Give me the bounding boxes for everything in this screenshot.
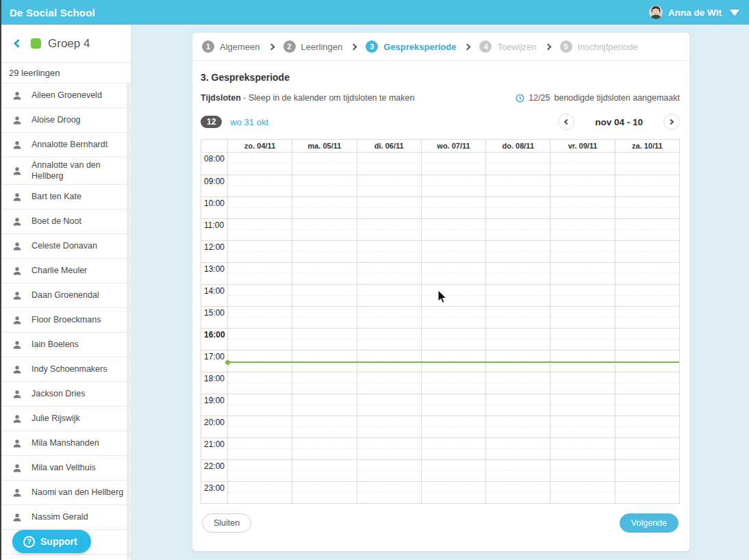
calendar-cell[interactable] [421, 307, 485, 328]
next-week-button[interactable] [663, 114, 680, 130]
calendar-cell[interactable] [227, 175, 292, 196]
calendar-cell[interactable] [485, 285, 550, 306]
student-list-item[interactable]: Mila Manshanden [0, 431, 131, 456]
calendar-cell[interactable] [550, 263, 614, 284]
calendar-cell[interactable] [421, 263, 485, 284]
calendar-cell[interactable] [550, 416, 614, 437]
calendar-cell[interactable] [550, 175, 614, 196]
calendar-cell[interactable] [357, 285, 421, 306]
calendar-cell[interactable] [292, 438, 356, 459]
calendar-cell[interactable] [227, 153, 292, 175]
student-list-item[interactable]: Charlie Meuler [0, 259, 131, 283]
calendar-cell[interactable] [292, 197, 356, 218]
student-list-item[interactable]: Iain Boelens [0, 333, 131, 357]
calendar-cell[interactable] [357, 307, 421, 328]
calendar-cell[interactable] [357, 175, 421, 196]
calendar-cell[interactable] [292, 285, 356, 306]
calendar-cell[interactable] [421, 153, 485, 175]
close-button[interactable]: Sluiten [202, 513, 251, 533]
calendar-cell[interactable] [357, 372, 421, 394]
calendar-cell[interactable] [357, 482, 421, 503]
calendar-cell[interactable] [550, 394, 614, 416]
calendar-cell[interactable] [485, 329, 550, 350]
calendar-cell[interactable] [550, 241, 614, 262]
calendar-cell[interactable] [485, 482, 550, 503]
calendar-cell[interactable] [550, 285, 614, 306]
calendar-cell[interactable] [615, 372, 679, 394]
stepper-step-4[interactable]: 4Toewijzen [479, 40, 536, 53]
calendar-cell[interactable] [357, 329, 421, 350]
calendar-cell[interactable] [292, 372, 356, 394]
calendar-cell[interactable] [550, 153, 614, 175]
calendar-cell[interactable] [292, 241, 356, 262]
student-list-item[interactable]: Aloise Droog [0, 108, 131, 133]
calendar-cell[interactable] [550, 372, 614, 394]
calendar-cell[interactable] [615, 394, 679, 416]
calendar-cell[interactable] [292, 482, 356, 503]
calendar-cell[interactable] [227, 394, 292, 416]
calendar-cell[interactable] [615, 175, 679, 196]
calendar-cell[interactable] [485, 394, 550, 416]
student-list-item[interactable]: Boet de Noot [0, 209, 131, 234]
calendar-cell[interactable] [550, 460, 614, 481]
student-list-item[interactable]: Julie Rijswijk [0, 407, 131, 431]
calendar-cell[interactable] [357, 219, 421, 240]
user-menu[interactable]: Anna de Wit [649, 5, 739, 19]
calendar-cell[interactable] [550, 329, 614, 350]
previous-day-link[interactable]: wo 31 okt [230, 117, 268, 127]
calendar-cell[interactable] [292, 307, 356, 328]
student-list-item[interactable]: Celeste Donavan [0, 234, 131, 259]
calendar-cell[interactable] [485, 175, 550, 196]
previous-week-button[interactable] [558, 114, 574, 130]
calendar-cell[interactable] [421, 197, 485, 218]
stepper-step-1[interactable]: 1Algemeen [202, 40, 260, 53]
calendar-cell[interactable] [357, 416, 421, 437]
next-button[interactable]: Volgende [620, 513, 678, 533]
back-chevron-icon[interactable] [14, 39, 23, 48]
calendar-cell[interactable] [227, 307, 292, 328]
calendar-cell[interactable] [615, 285, 679, 306]
stepper-step-5[interactable]: 5Inschrijfperiode [560, 40, 638, 53]
calendar-cell[interactable] [357, 460, 421, 481]
calendar-cell[interactable] [421, 438, 485, 459]
calendar-cell[interactable] [357, 394, 421, 416]
calendar-cell[interactable] [421, 482, 485, 503]
calendar-cell[interactable] [292, 329, 356, 350]
sidebar-scrollbar[interactable] [127, 84, 130, 560]
calendar-cell[interactable] [421, 241, 485, 262]
calendar-cell[interactable] [615, 482, 679, 503]
calendar-cell[interactable] [421, 285, 485, 306]
student-list-item[interactable]: Bart ten Kate [0, 185, 131, 209]
student-list-item[interactable]: Aileen Groeneveld [0, 84, 131, 108]
calendar-cell[interactable] [227, 438, 292, 459]
calendar-cell[interactable] [615, 438, 679, 459]
calendar-cell[interactable] [227, 460, 292, 481]
student-list-item[interactable]: Floor Broeckmans [0, 308, 131, 333]
stepper-step-2[interactable]: 2Leerlingen [283, 40, 343, 53]
calendar-cell[interactable] [227, 416, 292, 437]
calendar-cell[interactable] [227, 482, 292, 503]
calendar-cell[interactable] [292, 153, 356, 175]
calendar-cell[interactable] [550, 482, 614, 503]
calendar-cell[interactable] [227, 285, 292, 306]
calendar-cell[interactable] [485, 372, 550, 394]
calendar-cell[interactable] [485, 219, 550, 240]
calendar-cell[interactable] [485, 416, 550, 437]
calendar-cell[interactable] [550, 197, 614, 218]
calendar-cell[interactable] [292, 394, 356, 416]
calendar-cell[interactable] [485, 241, 550, 262]
calendar-cell[interactable] [292, 416, 356, 437]
calendar-cell[interactable] [615, 416, 679, 437]
student-list-item[interactable]: Indy Schoenmakers [0, 357, 131, 382]
student-list-item[interactable]: Jackson Dries [0, 382, 131, 407]
calendar-cell[interactable] [421, 394, 485, 416]
calendar-cell[interactable] [292, 460, 356, 481]
calendar-cell[interactable] [357, 197, 421, 218]
stepper-step-3[interactable]: 3Gespreksperiode [366, 40, 456, 53]
calendar-cell[interactable] [421, 329, 485, 350]
calendar-cell[interactable] [615, 219, 679, 240]
calendar-cell[interactable] [485, 438, 550, 459]
calendar-cell[interactable] [421, 372, 485, 394]
calendar-cell[interactable] [357, 241, 421, 262]
calendar-cell[interactable] [421, 175, 485, 196]
